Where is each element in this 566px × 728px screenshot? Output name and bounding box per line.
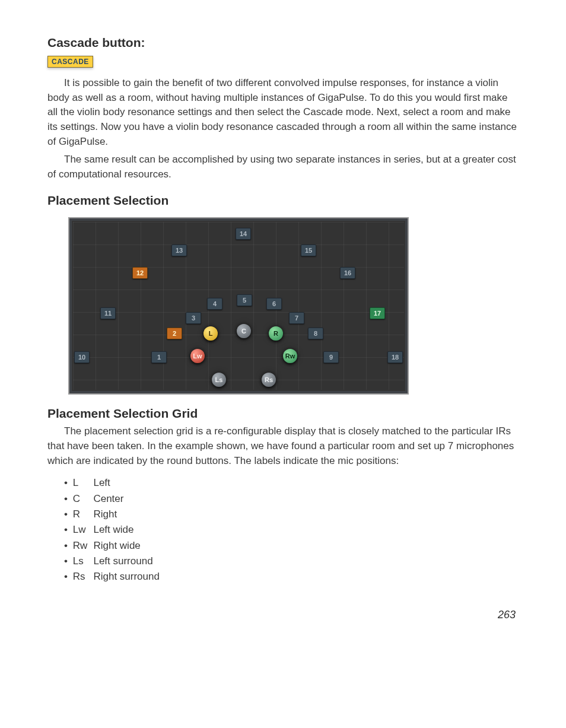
mic-label: Left wide	[93, 524, 133, 535]
mic-code: C	[73, 491, 91, 507]
grid-num-10[interactable]: 10	[74, 351, 90, 363]
grid-num-17[interactable]: 17	[370, 307, 385, 319]
mic-label: Right wide	[93, 540, 140, 551]
heading-cascade: Cascade button:	[47, 36, 519, 50]
mic-code: Ls	[73, 554, 91, 569]
list-item: Lw Left wide	[64, 522, 519, 538]
mic-code: L	[73, 475, 91, 491]
grid-num-8[interactable]: 8	[308, 328, 323, 339]
grid-num-3[interactable]: 3	[186, 312, 201, 324]
paragraph-grid-1: The placement selection grid is a re-con…	[47, 424, 519, 468]
mic-code: Lw	[73, 522, 91, 538]
heading-grid: Placement Selection Grid	[47, 406, 519, 421]
grid-num-16[interactable]: 16	[340, 267, 355, 279]
mic-label: Right surround	[93, 571, 160, 582]
grid-num-11[interactable]: 11	[100, 307, 116, 319]
mic-label: Left	[93, 477, 110, 488]
mic-code: Rw	[73, 538, 91, 554]
placement-grid[interactable]: 14 13 15 12 16 5 4 6 11 17 3 7 2 8 1 9 1…	[68, 217, 409, 395]
list-item: C Center	[64, 491, 519, 507]
grid-num-7[interactable]: 7	[289, 312, 304, 324]
list-item: Ls Left surround	[64, 554, 519, 569]
list-item: L Left	[64, 475, 519, 491]
mic-legend-list: L Left C Center R Right Lw Left wide Rw …	[64, 475, 519, 584]
paragraph-cascade-2: The same result can be accomplished by u…	[47, 152, 519, 182]
grid-num-18[interactable]: 18	[387, 351, 403, 363]
mic-label: Left surround	[93, 555, 152, 567]
grid-num-2[interactable]: 2	[167, 328, 182, 339]
mic-label: Center	[93, 493, 123, 504]
heading-placement: Placement Selection	[47, 193, 519, 208]
grid-num-6[interactable]: 6	[266, 298, 282, 310]
grid-num-5[interactable]: 5	[237, 294, 252, 306]
mic-code: R	[73, 507, 91, 522]
grid-num-14[interactable]: 14	[236, 228, 251, 240]
paragraph-cascade-1: It is possible to gain the benefit of tw…	[47, 76, 519, 149]
mic-code: Rs	[73, 569, 91, 584]
grid-num-13[interactable]: 13	[171, 244, 187, 256]
list-item: Rw Right wide	[64, 538, 519, 554]
mic-label: Right	[93, 508, 117, 520]
list-item: R Right	[64, 507, 519, 522]
grid-num-4[interactable]: 4	[207, 298, 222, 310]
grid-num-15[interactable]: 15	[301, 244, 316, 256]
grid-num-1[interactable]: 1	[151, 351, 167, 363]
grid-num-12[interactable]: 12	[132, 267, 148, 279]
grid-num-9[interactable]: 9	[323, 351, 339, 363]
list-item: Rs Right surround	[64, 569, 519, 584]
cascade-button-badge[interactable]: CASCADE	[47, 56, 93, 68]
